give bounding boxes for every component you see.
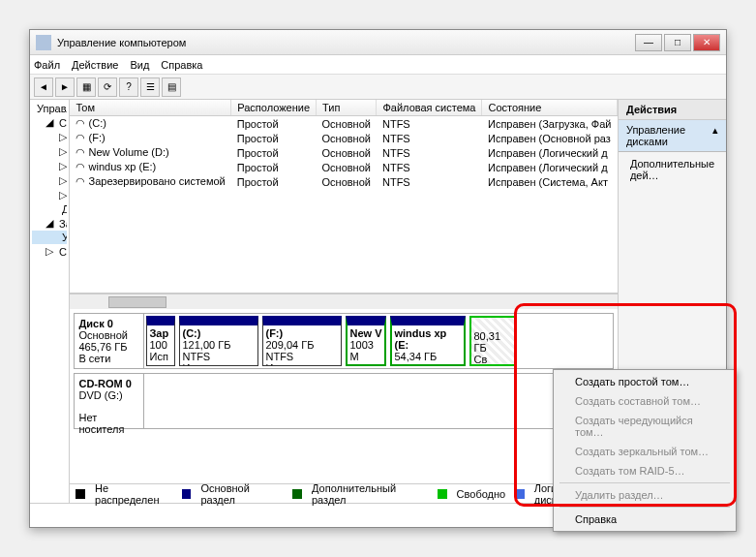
toolbar: ◄ ► ▦ ⟳ ? ☰ ▤ <box>30 75 726 100</box>
legend-unalloc-icon <box>76 489 85 499</box>
titlebar[interactable]: Управление компьютером — □ ✕ <box>30 30 726 55</box>
main-panel: Том Расположение Тип Файловая система Со… <box>70 100 618 503</box>
close-button[interactable]: ✕ <box>693 34 720 51</box>
legend-ext-icon <box>292 489 302 499</box>
legend-logical-icon <box>515 489 525 499</box>
volume-list[interactable]: Том Расположение Тип Файловая система Со… <box>70 100 617 294</box>
partition-c[interactable]: (C:)121,00 ГБ NTFSИсправен (Загр <box>179 316 258 366</box>
col-fs[interactable]: Файловая система <box>377 100 482 116</box>
table-row[interactable]: ◠ New Volume (D:)ПростойОсновнойNTFSИспр… <box>70 145 617 160</box>
col-volume[interactable]: Том <box>70 100 230 116</box>
computer-management-window: Управление компьютером — □ ✕ Файл Действ… <box>29 29 727 528</box>
ctx-help[interactable]: Справка <box>556 510 734 529</box>
minimize-button[interactable]: — <box>635 34 662 51</box>
menubar: Файл Действие Вид Справка <box>30 55 726 75</box>
tree-root[interactable]: Управление компьютером (л <box>32 102 67 115</box>
tree-storage[interactable]: ◢ Запоминающие устройст <box>32 216 67 231</box>
ctx-create-mirror-volume: Создать зеркальный том… <box>556 442 734 461</box>
ctx-delete-partition: Удалить раздел… <box>556 485 734 505</box>
window-title: Управление компьютером <box>57 37 635 48</box>
disk-0-row[interactable]: Диск 0 Основной 465,76 ГБ В сети Зар100И… <box>74 313 613 369</box>
back-button[interactable]: ◄ <box>34 77 53 97</box>
horizontal-scrollbar[interactable] <box>70 294 617 309</box>
app-icon <box>36 35 51 50</box>
legend-primary-icon <box>182 489 192 499</box>
table-row[interactable]: ◠ (F:)ПростойОсновнойNTFSИсправен (Основ… <box>70 131 617 145</box>
actions-header: Действия <box>619 100 726 120</box>
cdrom-header[interactable]: CD-ROM 0 DVD (G:) Нет носителя <box>75 374 144 428</box>
context-menu: Создать простой том… Создать составной т… <box>553 369 737 532</box>
menu-view[interactable]: Вид <box>130 59 149 71</box>
up-icon[interactable]: ▦ <box>76 77 96 97</box>
tree-disk-management[interactable]: Управление дисками <box>32 231 67 244</box>
col-type[interactable]: Тип <box>317 100 377 116</box>
tree-device-manager[interactable]: Диспетчер устройств <box>32 202 67 216</box>
legend-free-icon <box>438 489 447 499</box>
tree-event-viewer[interactable]: ▷ Просмотр событий <box>32 144 67 159</box>
tree-panel[interactable]: Управление компьютером (л ◢ Служебные пр… <box>30 100 70 503</box>
tree-system-tools[interactable]: ◢ Служебные программы <box>32 115 67 130</box>
col-layout[interactable]: Расположение <box>231 100 317 116</box>
col-status[interactable]: Состояние <box>482 100 617 116</box>
menu-action[interactable]: Действие <box>72 59 118 71</box>
menu-file[interactable]: Файл <box>34 59 60 71</box>
ctx-create-spanned-volume: Создать составной том… <box>556 391 734 411</box>
settings-icon[interactable]: ☰ <box>140 77 160 97</box>
list-icon[interactable]: ▤ <box>162 77 181 97</box>
menu-help[interactable]: Справка <box>161 59 202 71</box>
ctx-create-striped-volume: Создать чередующийся том… <box>556 411 734 442</box>
partition-d[interactable]: New V1003 МИсправе <box>346 316 386 366</box>
partition-e[interactable]: windus xp (E:54,34 ГБ NTFSИсправен (Ло <box>390 316 466 366</box>
disk-graphical-view: Диск 0 Основной 465,76 ГБ В сети Зар100И… <box>70 309 617 483</box>
tree-performance[interactable]: ▷ Производительность <box>32 188 67 202</box>
partition-reserved[interactable]: Зар100Исп <box>146 316 175 366</box>
partition-f[interactable]: (F:)209,04 ГБ NTFSИсправен (Осн <box>262 316 342 366</box>
partition-free-space[interactable]: 80,31 ГБСв <box>469 316 516 366</box>
disk-0-header[interactable]: Диск 0 Основной 465,76 ГБ В сети <box>75 314 144 368</box>
table-row[interactable]: ◠ Зарезервировано системойПростойОсновно… <box>70 174 617 189</box>
ctx-create-simple-volume[interactable]: Создать простой том… <box>556 372 734 391</box>
actions-disk-mgmt[interactable]: Управление дисками▴ <box>619 120 726 152</box>
legend: Не распределен Основной раздел Дополните… <box>70 483 617 503</box>
maximize-button[interactable]: □ <box>664 34 691 51</box>
refresh-icon[interactable]: ⟳ <box>98 77 117 97</box>
table-row[interactable]: ◠ windus xp (E:)ПростойОсновнойNTFSИспра… <box>70 160 617 174</box>
help-icon[interactable]: ? <box>119 77 138 97</box>
ctx-create-raid5-volume: Создать том RAID-5… <box>556 461 734 480</box>
cdrom-row[interactable]: CD-ROM 0 DVD (G:) Нет носителя <box>74 373 613 429</box>
tree-local-users[interactable]: ▷ Локальные пользоват <box>32 173 67 188</box>
forward-button[interactable]: ► <box>55 77 75 97</box>
tree-shared-folders[interactable]: ▷ Общие папки <box>32 159 67 173</box>
actions-more[interactable]: Дополнительные дей… <box>619 152 726 187</box>
chevron-up-icon: ▴ <box>712 124 718 147</box>
tree-task-scheduler[interactable]: ▷ Планировщик заданий <box>32 130 67 144</box>
table-row[interactable]: ◠ (C:)ПростойОсновнойNTFSИсправен (Загру… <box>70 116 617 132</box>
tree-services[interactable]: ▷ Службы и приложения <box>32 244 67 259</box>
